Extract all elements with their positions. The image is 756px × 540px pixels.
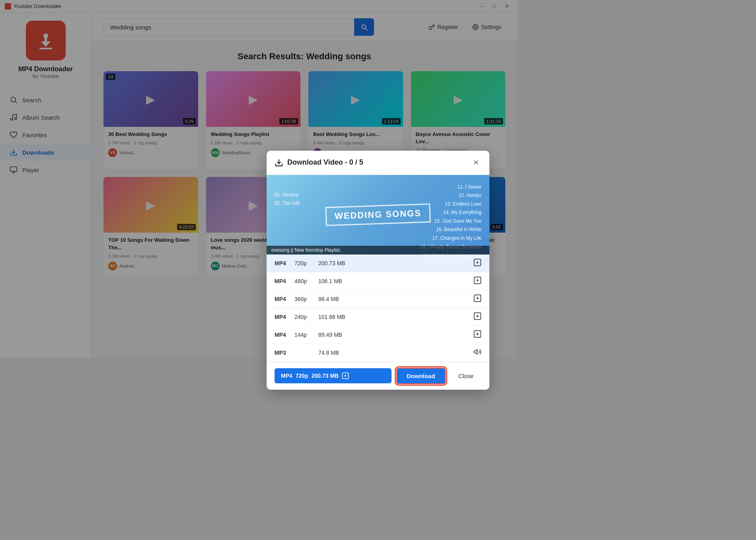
format-size-720p: 200.73 MB — [318, 260, 354, 266]
thumb-background: WEDDING SONGS 01. Destiny 02. The Gift 1… — [267, 175, 489, 254]
format-row-360p[interactable]: MP4 360p 98.4 MB — [267, 290, 489, 308]
thumb-title: WEDDING SONGS — [325, 203, 431, 226]
modal-overlay[interactable]: Download Video - 0 / 5 ✕ WEDDING SONGS 0… — [0, 0, 517, 358]
format-row-144p[interactable]: MP4 144p 89.49 MB — [267, 326, 489, 344]
format-size-480p: 106.1 MB — [318, 278, 354, 284]
format-type-240p: MP4 — [275, 314, 294, 320]
modal-thumbnail: WEDDING SONGS 01. Destiny 02. The Gift 1… — [267, 175, 489, 254]
format-quality-480p: 480p — [294, 278, 318, 284]
modal-header: Download Video - 0 / 5 ✕ — [267, 151, 489, 175]
svg-marker-15 — [477, 261, 479, 264]
format-icon-mp3 — [473, 348, 481, 357]
svg-marker-23 — [477, 332, 479, 335]
svg-marker-17 — [477, 279, 479, 282]
svg-marker-21 — [477, 315, 479, 317]
format-size-144p: 89.49 MB — [318, 332, 354, 338]
modal-subtitle: ovesong || New Nonstop Playlist.. — [267, 246, 489, 254]
modal-close-button[interactable]: ✕ — [470, 157, 481, 168]
format-size-360p: 98.4 MB — [318, 296, 354, 302]
format-type-480p: MP4 — [275, 278, 294, 284]
format-icon-360p — [473, 294, 481, 304]
format-quality-240p: 240p — [294, 314, 318, 320]
format-quality-360p: 360p — [294, 296, 318, 302]
format-size-240p: 101.66 MB — [318, 314, 354, 320]
svg-marker-19 — [477, 297, 479, 299]
download-modal: Download Video - 0 / 5 ✕ WEDDING SONGS 0… — [267, 151, 489, 358]
format-row-480p[interactable]: MP4 480p 106.1 MB — [267, 272, 489, 290]
format-size-mp3: 74.8 MB — [318, 350, 354, 356]
format-row-mp3[interactable]: MP3 74.8 MB — [267, 344, 489, 358]
thumb-songs-left: 01. Destiny 02. The Gift — [275, 191, 299, 208]
format-type-720p: MP4 — [275, 260, 294, 266]
format-quality-720p: 720p — [294, 260, 318, 266]
format-type-360p: MP4 — [275, 296, 294, 302]
format-row-240p[interactable]: MP4 240p 101.66 MB — [267, 308, 489, 326]
format-quality-144p: 144p — [294, 332, 318, 338]
format-type-mp3: MP3 — [275, 350, 294, 356]
format-table: MP4 720p 200.73 MB MP4 480p 106.1 MB MP4… — [267, 254, 489, 358]
modal-title-row: Download Video - 0 / 5 — [275, 158, 363, 167]
format-icon-480p — [473, 276, 481, 286]
svg-marker-24 — [474, 350, 477, 354]
format-icon-240p — [473, 312, 481, 322]
format-type-144p: MP4 — [275, 332, 294, 338]
modal-title: Download Video - 0 / 5 — [287, 158, 363, 167]
modal-download-icon — [275, 158, 283, 167]
format-icon-144p — [473, 330, 481, 340]
